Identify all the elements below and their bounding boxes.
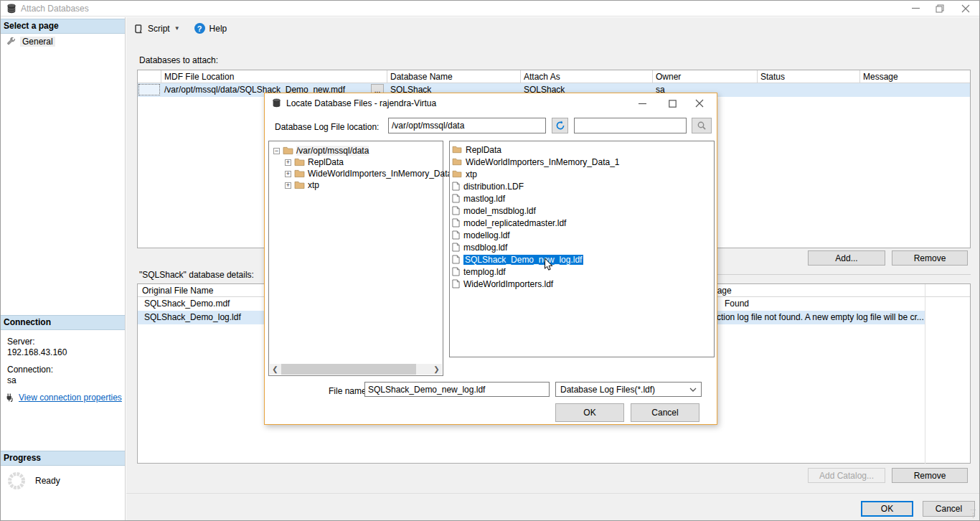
tree-item-root[interactable]: − /var/opt/mssql/data [273,145,369,156]
file-list-item[interactable]: xtp [452,168,477,180]
row-selector-cell[interactable] [138,84,160,95]
file-list-item[interactable]: model_replicatedmaster.ldf [452,217,566,229]
wrench-icon [6,37,16,47]
col-attach-as: Attach As [524,72,560,82]
close-button[interactable] [953,1,978,16]
dialog-cancel-button[interactable]: Cancel [631,403,699,422]
scroll-thumb[interactable] [281,364,416,375]
file-icon [452,255,460,264]
tree-item-xtp[interactable]: + xtp [285,179,319,191]
add-catalog-button[interactable]: Add Catalog... [808,468,885,483]
details-message-value: Found [725,299,749,309]
progress-header: Progress [1,451,125,466]
sidebar-item-label: General [20,37,55,47]
file-list-item[interactable]: distribution.LDF [452,180,524,192]
database-icon [272,98,281,108]
col-mdf-file-location: MDF File Location [164,72,234,82]
file-list-item[interactable]: msdblog.ldf [452,241,507,253]
file-name-label: mastlog.ldf [463,194,505,204]
folder-icon [294,169,305,178]
tree-item-repldata[interactable]: + ReplData [285,156,344,168]
file-name-label: WideWorldImporters.ldf [463,279,553,289]
remove-button[interactable]: Remove [892,250,968,266]
scroll-left-icon[interactable]: ❮ [270,364,281,375]
dialog-ok-button[interactable]: OK [555,403,624,422]
help-button[interactable]: Help [209,24,227,34]
file-icon [452,230,460,240]
expand-icon[interactable]: + [285,159,291,166]
collapse-icon[interactable]: − [273,148,280,154]
file-list-item[interactable]: WideWorldImporters_InMemory_Data_1 [452,156,620,168]
window-title: Attach Databases [21,4,89,14]
tree-item-label: WideWorldImporters_InMemory_Data_ [308,169,457,179]
col-original-file-name: Original File Name [142,286,213,296]
database-icon [6,4,17,14]
file-name-label: msdblog.ldf [463,243,507,253]
log-file-location-label: Database Log File location: [275,122,379,132]
expand-icon[interactable]: + [285,182,291,189]
col-status: Status [760,72,785,82]
scroll-right-icon[interactable]: ❯ [431,364,442,375]
folder-icon [452,170,462,178]
locate-database-files-dialog: Locate Database Files - rajendra-Virtua … [264,93,717,425]
log-file-location-input[interactable]: /var/opt/mssql/data [388,118,546,133]
file-name-label: model_msdblog.ldf [463,206,536,216]
folder-icon [452,146,462,154]
file-name-label: File name: [329,386,369,396]
main-cancel-button[interactable]: Cancel [923,501,975,517]
folder-tree: − /var/opt/mssql/data + ReplData + WideW… [268,141,443,376]
tree-horizontal-scrollbar[interactable]: ❮ ❯ [270,364,442,375]
folder-icon [283,146,293,155]
progress-spinner-icon [6,471,27,491]
connection-header: Connection [1,315,125,330]
file-name-input[interactable]: SQLShack_Demo_new_log.ldf [364,382,550,397]
dialog-close-button[interactable] [685,93,714,113]
file-name-label: WideWorldImporters_InMemory_Data_1 [466,157,620,167]
resize-grip[interactable]: …⋮ [970,504,977,519]
original-file-name-value: SQLShack_Demo.mdf [144,299,230,309]
file-list-item[interactable]: templog.ldf [452,266,506,278]
file-name-label: ReplData [466,145,501,155]
restore-button[interactable] [928,1,952,16]
sidebar-item-general[interactable]: General [1,34,125,50]
file-list-item[interactable]: WideWorldImporters.ldf [452,278,553,290]
remove-catalog-button[interactable]: Remove [892,468,968,483]
file-name-label: distribution.LDF [463,182,524,192]
search-button[interactable] [692,118,712,133]
tree-item-label: /var/opt/mssql/data [296,146,369,156]
file-name-label: modellog.ldf [463,230,510,240]
minimize-button[interactable] [903,1,928,16]
file-icon [452,194,460,203]
add-button[interactable]: Add... [808,250,885,266]
file-list-item[interactable]: mastlog.ldf [452,192,505,205]
dialog-minimize-button[interactable] [628,93,656,113]
col-message: Message [863,72,898,82]
progress-status: Ready [35,476,60,486]
sidebar: Select a page General Connection Server:… [1,17,126,520]
file-list-item[interactable]: modellog.ldf [452,229,510,241]
file-icon [452,206,460,215]
dialog-maximize-button[interactable] [658,93,687,113]
dialog-title: Locate Database Files - rajendra-Virtua [286,98,436,108]
refresh-button[interactable] [552,118,568,133]
file-icon [452,182,460,191]
connection-properties-icon [6,393,14,403]
view-connection-properties-link[interactable]: View connection properties [19,393,122,403]
file-name-label: model_replicatedmaster.ldf [463,218,566,228]
expand-icon[interactable]: + [285,171,291,177]
script-button[interactable]: Script [148,24,170,34]
file-list-item[interactable]: ReplData [452,144,501,156]
main-ok-button[interactable]: OK [861,501,913,517]
file-list-item[interactable]: SQLShack_Demo_new_log.ldf [452,253,583,266]
log-file-location-value: /var/opt/mssql/data [392,121,464,131]
script-dropdown-arrow[interactable]: ▼ [174,25,180,32]
file-icon [452,279,460,288]
details-message-value: Transaction log file not found. A new em… [690,312,925,322]
search-input[interactable] [574,118,687,133]
file-list-item[interactable]: model_msdblog.ldf [452,205,536,217]
tree-item-wideworldimporters[interactable]: + WideWorldImporters_InMemory_Data_ [285,168,457,179]
file-icon [452,218,460,227]
folder-icon [294,181,305,189]
file-type-select[interactable]: Database Log Files(*.ldf) [555,382,702,397]
chevron-down-icon [689,388,697,392]
